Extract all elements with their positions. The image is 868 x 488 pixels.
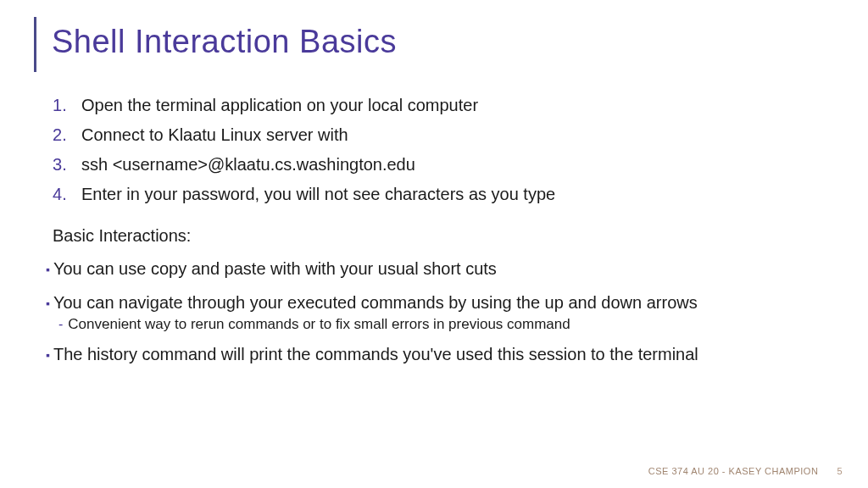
list-item: ▪ You can navigate through your executed… xyxy=(46,291,834,333)
list-item: ▪ You can use copy and paste with with y… xyxy=(46,258,834,281)
bullet-content: You can use copy and paste with with you… xyxy=(53,258,834,280)
bullet-text: You can use copy and paste with with you… xyxy=(53,258,834,280)
footer-label: CSE 374 AU 20 - KASEY CHAMPION xyxy=(648,466,819,476)
bullet-icon: ▪ xyxy=(46,258,50,281)
bullet-icon: ▪ xyxy=(46,343,50,367)
bullet-icon: ▪ xyxy=(46,291,50,315)
slide-footer: CSE 374 AU 20 - KASEY CHAMPION 5 xyxy=(648,466,843,476)
list-item: Connect to Klaatu Linux server with xyxy=(53,125,834,145)
bullet-content: The history command will print the comma… xyxy=(53,343,834,366)
title-block: Shell Interaction Basics xyxy=(34,17,834,72)
slide: Shell Interaction Basics Open the termin… xyxy=(0,0,868,488)
section-heading: Basic Interactions: xyxy=(53,226,834,246)
list-item: Enter in your password, you will not see… xyxy=(53,185,834,204)
list-item: Open the terminal application on your lo… xyxy=(53,96,834,115)
bullet-content: You can navigate through your executed c… xyxy=(53,291,834,333)
bullet-text: You can navigate through your executed c… xyxy=(53,291,834,314)
step-text: ssh <username>@klaatu.cs.washington.edu xyxy=(81,155,415,175)
title-accent-bar xyxy=(34,17,36,72)
sub-item: - Convenient way to rerun commands or to… xyxy=(58,316,834,333)
step-text: Open the terminal application on your lo… xyxy=(81,96,478,115)
bullet-list: ▪ You can use copy and paste with with y… xyxy=(46,258,834,367)
sub-text: Convenient way to rerun commands or to f… xyxy=(68,316,570,333)
list-item: ▪ The history command will print the com… xyxy=(46,343,834,367)
list-item: ssh <username>@klaatu.cs.washington.edu xyxy=(53,155,834,175)
page-number: 5 xyxy=(837,466,843,476)
dash-icon: - xyxy=(58,317,63,332)
step-text: Connect to Klaatu Linux server with xyxy=(81,125,348,145)
slide-title: Shell Interaction Basics xyxy=(52,17,397,72)
numbered-steps: Open the terminal application on your lo… xyxy=(53,96,834,204)
bullet-text: The history command will print the comma… xyxy=(53,343,834,366)
step-text: Enter in your password, you will not see… xyxy=(81,185,555,204)
